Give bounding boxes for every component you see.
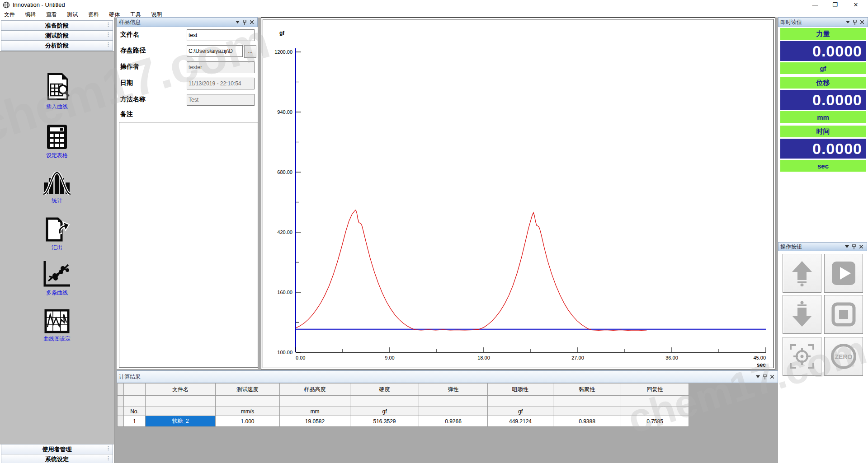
jog-down-button[interactable]: [783, 295, 821, 334]
header-cell[interactable]: 硬度: [350, 383, 419, 396]
tool-set-table[interactable]: 设定表格: [0, 124, 114, 159]
arrow-down-icon: [789, 301, 815, 327]
pin-icon[interactable]: [241, 19, 248, 25]
close-icon[interactable]: [248, 19, 255, 25]
units-cell: gf: [350, 407, 419, 416]
export-icon: [43, 217, 71, 242]
value-cell[interactable]: 0.7585: [621, 416, 689, 427]
method-name-input[interactable]: [187, 94, 255, 106]
header-cell[interactable]: 咀嚼性: [488, 383, 553, 396]
run-button[interactable]: [824, 254, 863, 293]
displacement-unit: mm: [780, 111, 866, 123]
tool-statistics[interactable]: 统计: [0, 172, 114, 205]
close-button[interactable]: ✕: [848, 0, 863, 10]
live-readout-header: 即时读值: [778, 17, 868, 27]
stop-button[interactable]: [824, 295, 863, 334]
row-number-cell[interactable]: 1: [124, 416, 146, 427]
svg-text:18.00: 18.00: [477, 355, 490, 360]
pin-icon[interactable]: [761, 374, 769, 380]
close-icon[interactable]: [858, 243, 865, 250]
value-cell[interactable]: 0.9388: [553, 416, 621, 427]
value-cell[interactable]: 449.2124: [488, 416, 553, 427]
panel-menu-icon[interactable]: [754, 374, 761, 380]
chart-settings-icon: [44, 309, 70, 333]
units-cell: [553, 407, 621, 416]
value-cell[interactable]: 0.9266: [419, 416, 488, 427]
save-path-label: 存盘路径: [120, 47, 146, 55]
pin-icon[interactable]: [850, 243, 858, 250]
date-input[interactable]: [187, 78, 255, 89]
jog-up-button[interactable]: [783, 254, 821, 293]
pin-icon[interactable]: [851, 19, 859, 25]
operator-input[interactable]: [187, 61, 255, 73]
header-cell: [124, 383, 146, 396]
row-indicator: [118, 396, 124, 407]
close-icon[interactable]: [859, 19, 866, 25]
file-name-cell[interactable]: 软糖_2: [146, 416, 216, 427]
note-textarea[interactable]: [119, 122, 258, 368]
time-value: 0.0000: [780, 139, 866, 159]
target-button[interactable]: [783, 337, 821, 376]
save-path-input[interactable]: [187, 45, 243, 57]
date-label: 日期: [120, 79, 133, 87]
svg-text:160.00: 160.00: [277, 290, 292, 295]
statistics-icon: [43, 172, 71, 195]
header-cell[interactable]: 回复性: [621, 383, 689, 396]
zero-button[interactable]: ZERO: [824, 337, 863, 376]
panel-title: 即时读值: [780, 19, 844, 26]
header-cell[interactable]: 黏聚性: [553, 383, 621, 396]
sidebar-tab-prepare[interactable]: 准备阶段⋮: [1, 20, 113, 31]
minimize-button[interactable]: —: [807, 0, 823, 10]
tool-label: 插入曲线: [0, 103, 114, 111]
force-curve: [296, 210, 647, 331]
zero-icon: ZERO: [830, 343, 857, 370]
sample-info-panel: 样品信息 文件名 存盘路径 ... 操作者 日期 方法名称 备注: [117, 17, 258, 369]
sidebar-tab-test[interactable]: 测试阶段⋮: [1, 30, 113, 41]
sidebar-tab-system-settings[interactable]: 系统设定⋮: [1, 454, 113, 463]
operator-label: 操作者: [120, 63, 139, 71]
row-indicator: [118, 416, 124, 427]
value-cell[interactable]: 516.3529: [350, 416, 419, 427]
panel-menu-icon[interactable]: [234, 19, 241, 25]
sidebar-tab-analyze[interactable]: 分析阶段⋮: [1, 40, 113, 51]
close-icon[interactable]: [769, 374, 776, 380]
sidebar-tab-user-management[interactable]: 使用者管理⋮: [1, 444, 113, 454]
svg-text:ZERO: ZERO: [835, 353, 853, 360]
sidebar-tab-label: 系统设定: [45, 455, 69, 463]
right-dock: 即时读值 力量 0.0000 gf 位移 0.0000 mm 时间 0.0000…: [778, 17, 868, 463]
header-cell[interactable]: 样品高度: [280, 383, 350, 396]
header-cell[interactable]: 测试速度: [216, 383, 280, 396]
value-cell[interactable]: 1.000: [216, 416, 280, 427]
sidebar-tool-area: 插入曲线 设定表格: [0, 51, 114, 444]
grip-icon: ⋮: [106, 22, 111, 28]
units-cell: [146, 407, 216, 416]
tool-insert-curve[interactable]: 插入曲线: [0, 73, 114, 111]
results-panel: 计算结果 文件名 测试速度 样品高度 硬度 弹性 咀嚼性 黏聚性 回复性: [117, 370, 774, 463]
force-time-chart: -100.00160.00420.00680.00940.001200.000.…: [261, 17, 775, 370]
menu-bar: 文件 编辑 查看 测试 资料 硬体 工具 说明: [0, 10, 868, 18]
time-label: 时间: [780, 126, 866, 137]
insert-curve-icon: [44, 73, 70, 101]
header-cell[interactable]: 弹性: [419, 383, 488, 396]
tool-export[interactable]: 汇出: [0, 217, 114, 252]
svg-text:-100.00: -100.00: [276, 350, 292, 355]
browse-button[interactable]: ...: [244, 45, 256, 58]
tool-multi-curve[interactable]: 多条曲线: [0, 260, 114, 297]
time-unit: sec: [780, 160, 866, 172]
multi-curve-icon: [43, 260, 71, 287]
file-name-input[interactable]: [187, 29, 255, 41]
svg-text:420.00: 420.00: [277, 229, 292, 235]
row-indicator: [118, 407, 124, 416]
panel-menu-icon[interactable]: [844, 19, 851, 25]
force-unit: gf: [780, 62, 866, 74]
results-table: 文件名 测试速度 样品高度 硬度 弹性 咀嚼性 黏聚性 回复性 No. mm/s…: [117, 383, 689, 427]
sidebar-tab-label: 分析阶段: [45, 42, 69, 50]
arrow-up-icon: [789, 260, 815, 286]
restore-button[interactable]: ❐: [827, 0, 843, 10]
header-cell[interactable]: 文件名: [146, 383, 216, 396]
units-cell: No.: [124, 407, 146, 416]
force-label: 力量: [780, 28, 866, 40]
panel-menu-icon[interactable]: [843, 243, 850, 250]
value-cell[interactable]: 19.0582: [280, 416, 350, 427]
tool-chart-settings[interactable]: 曲线图设定: [0, 309, 114, 343]
